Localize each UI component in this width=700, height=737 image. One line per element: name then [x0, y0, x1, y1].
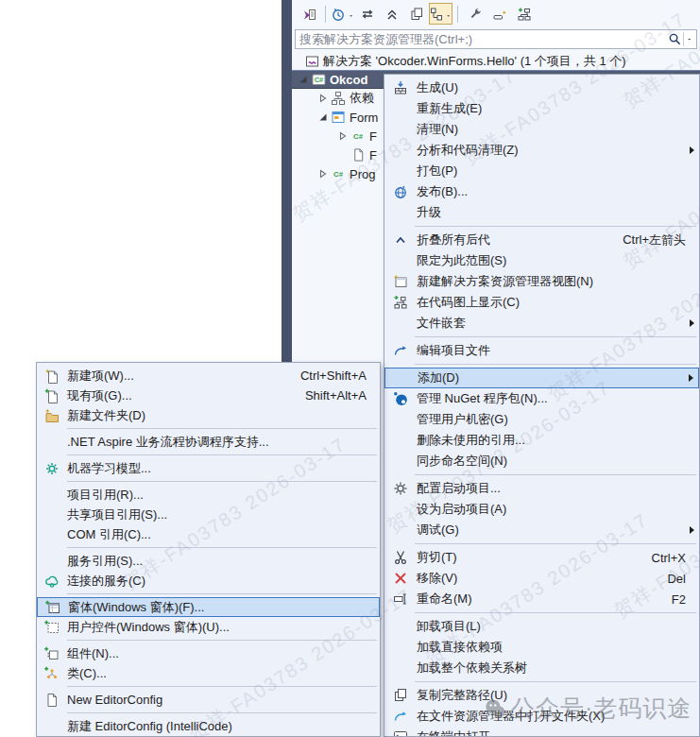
expander-collapsed-icon[interactable]	[316, 94, 330, 103]
expander-collapsed-icon[interactable]	[336, 131, 350, 141]
menu-item[interactable]: 同步命名空间(N)	[384, 451, 699, 471]
solution-icon	[303, 54, 320, 69]
build-icon	[384, 80, 417, 95]
class-icon	[37, 666, 67, 681]
properties-wrench-button[interactable]	[463, 3, 487, 25]
menu-item-label: 共享项目引用(S)...	[67, 506, 167, 523]
tree-row-label: F	[367, 129, 377, 144]
menu-item[interactable]: 组件(N)...	[37, 643, 380, 663]
menu-item[interactable]: 新建 EditorConfig (IntelliCode)	[37, 716, 380, 736]
menu-item[interactable]: 类(C)...	[37, 663, 380, 683]
menu-item[interactable]: 分析和代码清理(Z)	[384, 140, 699, 161]
menu-item[interactable]: 共享项目引用(S)...	[37, 505, 380, 524]
menu-item[interactable]: 打包(P)	[384, 161, 699, 181]
menu-separator	[415, 681, 696, 682]
menu-item[interactable]: 编辑项目文件	[384, 340, 699, 361]
menu-item[interactable]: 新建项(W)...Ctrl+Shift+A	[37, 366, 380, 386]
menu-item[interactable]: 清理(N)	[384, 119, 699, 140]
svg-text:C#: C#	[353, 132, 364, 141]
menu-item[interactable]: 设为启动项目(A)	[384, 499, 699, 520]
menu-item[interactable]: 连接的服务(C)	[37, 571, 380, 591]
menu-item[interactable]: 窗体(Windows 窗体)(F)...	[37, 597, 380, 617]
preview-selected-items-button[interactable]	[487, 3, 511, 25]
switch-views-button[interactable]	[297, 3, 320, 25]
solution-node[interactable]: 解决方案 'Okcoder.WinForms.Hello' (1 个项目，共 1…	[292, 52, 700, 70]
menu-item-label: 设为启动项目(A)	[417, 501, 506, 518]
menu-item[interactable]: 文件嵌套	[384, 313, 699, 334]
menu-item[interactable]: 剪切(T)Ctrl+X	[384, 547, 699, 568]
menu-item[interactable]: COM 引用(C)...	[37, 524, 380, 544]
menu-item-label: 在文件资源管理器中打开文件夹(X)	[417, 708, 605, 725]
menu-item[interactable]: 重命名(M)F2	[384, 589, 699, 609]
rename-icon	[384, 591, 417, 607]
show-all-files-button[interactable]	[429, 3, 452, 25]
menu-item[interactable]: 加载整个依赖关系树	[384, 658, 699, 678]
menu-item[interactable]: 发布(B)...	[384, 181, 699, 202]
wrench-icon	[467, 7, 484, 22]
menu-item[interactable]: 现有项(G)...Shift+Alt+A	[37, 386, 380, 405]
menu-item[interactable]: 调试(G)	[384, 520, 699, 540]
menu-item-label: 在代码图上显示(C)	[417, 294, 520, 311]
pending-changes-filter-button[interactable]	[331, 3, 354, 25]
add-dependency-icon	[516, 7, 533, 22]
vs-switch-icon	[300, 7, 317, 22]
submenu-arrow-icon	[690, 146, 694, 154]
properties-button[interactable]	[404, 3, 428, 25]
tree-row-label: Okcod	[327, 73, 367, 87]
menu-item[interactable]: 卸载项目(L)	[384, 616, 699, 637]
menu-item[interactable]: 配置启动项目...	[384, 478, 699, 499]
menu-item[interactable]: 管理用户机密(G)	[384, 409, 699, 430]
menu-item[interactable]: 生成(U)	[384, 77, 699, 98]
menu-item-label: 剪切(T)	[417, 549, 457, 566]
menu-item[interactable]: 服务引用(S)...	[37, 551, 380, 571]
menu-item-label: 用户控件(Windows 窗体)(U)...	[67, 619, 230, 636]
expander-expanded-icon[interactable]	[316, 112, 330, 122]
menu-item-label: 添加(D)	[418, 369, 459, 386]
sync-with-active-document-button[interactable]	[355, 3, 379, 25]
menu-item[interactable]: 添加(D)	[384, 368, 699, 388]
menu-item-label: 编辑项目文件	[417, 342, 490, 359]
menu-item[interactable]: 删除未使用的引用...	[384, 430, 699, 451]
menu-item[interactable]: 在终端中打开	[384, 727, 699, 737]
search-options-caret-icon[interactable]	[684, 30, 696, 48]
menu-item[interactable]: 限定为此范围(S)	[384, 250, 699, 271]
menu-item[interactable]: 项目引用(R)...	[37, 485, 380, 505]
remove-icon	[384, 571, 417, 586]
collapse-all-button[interactable]	[380, 3, 403, 25]
menu-item[interactable]: 在代码图上显示(C)	[384, 292, 699, 313]
copy-icon	[384, 688, 417, 703]
menu-item[interactable]: 升级	[384, 202, 699, 223]
menu-item[interactable]: 在文件资源管理器中打开文件夹(X)	[384, 706, 699, 727]
menu-item-label: 打包(P)	[417, 163, 457, 180]
menu-separator	[67, 547, 377, 548]
menu-item[interactable]: 新建解决方案资源管理器视图(N)	[384, 271, 699, 292]
menu-separator	[415, 474, 696, 475]
cut-icon	[384, 550, 417, 565]
menu-item[interactable]: 加载直接依赖项	[384, 637, 699, 658]
add-dependency-diagram-button[interactable]	[512, 3, 536, 25]
menu-item[interactable]: New EditorConfig	[37, 690, 380, 710]
menu-item-label: .NET Aspire 业务流程协调程序支持...	[67, 434, 269, 451]
menu-item[interactable]: 新建文件夹(D)	[37, 405, 380, 425]
expander-collapsed-icon[interactable]	[316, 169, 330, 179]
menu-item[interactable]: .NET Aspire 业务流程协调程序支持...	[37, 432, 380, 452]
connected-service-icon	[37, 574, 67, 589]
menu-item[interactable]: 机器学习模型...	[37, 458, 380, 478]
expander-expanded-icon[interactable]	[297, 75, 310, 84]
menu-item-label: New EditorConfig	[67, 693, 162, 707]
menu-item[interactable]: 移除(V)Del	[384, 568, 699, 589]
menu-item-label: 管理用户机密(G)	[417, 411, 508, 428]
submenu-arrow-icon	[689, 374, 693, 382]
menu-item-label: COM 引用(C)...	[67, 526, 151, 543]
menu-item[interactable]: 用户控件(Windows 窗体)(U)...	[37, 617, 380, 637]
menu-item[interactable]: 折叠所有后代Ctrl+左箭头	[384, 230, 699, 250]
menu-item-shortcut: F2	[645, 592, 686, 607]
search-box[interactable]	[295, 29, 697, 49]
menu-item[interactable]: 重新生成(E)	[384, 98, 699, 119]
search-input[interactable]	[296, 32, 667, 46]
search-icon[interactable]	[667, 30, 683, 48]
menu-separator	[67, 454, 377, 455]
menu-item[interactable]: 管理 NuGet 程序包(N)...	[384, 388, 699, 409]
menu-item[interactable]: 复制完整路径(U)	[384, 685, 699, 706]
form-icon	[330, 110, 347, 125]
